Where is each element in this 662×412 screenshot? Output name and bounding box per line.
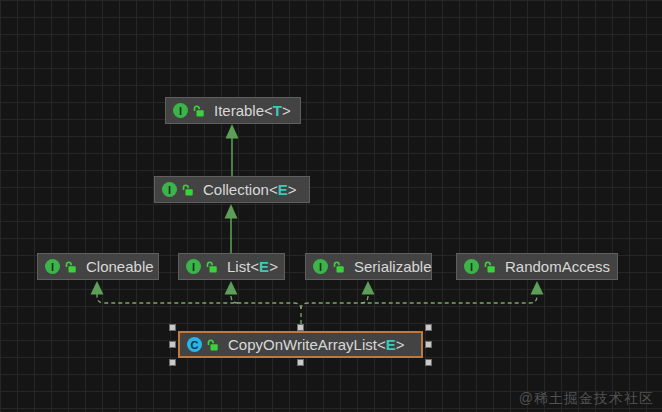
node-label: List<E> <box>227 258 278 275</box>
node-iterable[interactable]: I Iterable<T> <box>165 97 301 124</box>
node-cloneable[interactable]: I Cloneable <box>37 253 159 280</box>
implements-arrowheads <box>91 281 544 295</box>
class-icon: C <box>187 337 202 352</box>
interface-icon: I <box>162 182 177 197</box>
node-label: Serializable <box>354 258 432 275</box>
interface-icon: I <box>313 259 328 274</box>
interface-icon: I <box>45 259 60 274</box>
node-label: RandomAccess <box>505 258 610 275</box>
diagram-canvas: I Iterable<T> I Collection<E> I Cloneabl… <box>0 0 662 412</box>
node-copyonwritearraylist[interactable]: C CopyOnWriteArrayList<E> <box>178 331 423 358</box>
edge-list-extends-collection <box>225 204 238 253</box>
watermark: @稀土掘金技术社区 <box>519 390 654 408</box>
selection-handle-top-middle[interactable] <box>297 324 304 331</box>
edge-collection-extends-iterable <box>226 124 239 176</box>
edge-cowal-implements <box>97 294 537 331</box>
public-unlocked-icon <box>182 184 194 196</box>
interface-icon: I <box>186 259 201 274</box>
interface-icon: I <box>173 103 188 118</box>
public-unlocked-icon <box>65 261 77 273</box>
selection-handle-top-right[interactable] <box>425 324 432 331</box>
selection-handle-top-left[interactable] <box>169 324 176 331</box>
node-label: Iterable<T> <box>214 102 291 119</box>
node-list[interactable]: I List<E> <box>178 253 285 280</box>
public-unlocked-icon <box>207 339 219 351</box>
selection-handle-bottom-left[interactable] <box>169 359 176 366</box>
selection-handle-middle-right[interactable] <box>425 341 432 348</box>
selection-handle-bottom-middle[interactable] <box>297 359 304 366</box>
public-unlocked-icon <box>193 105 205 117</box>
interface-icon: I <box>464 259 479 274</box>
node-serializable[interactable]: I Serializable <box>305 253 432 280</box>
public-unlocked-icon <box>333 261 345 273</box>
node-randomaccess[interactable]: I RandomAccess <box>456 253 618 280</box>
node-collection[interactable]: I Collection<E> <box>154 176 310 203</box>
node-label: Cloneable <box>86 258 154 275</box>
selection-handle-middle-left[interactable] <box>169 341 176 348</box>
selection-handle-bottom-right[interactable] <box>425 359 432 366</box>
node-label: CopyOnWriteArrayList<E> <box>228 336 404 353</box>
public-unlocked-icon <box>484 261 496 273</box>
public-unlocked-icon <box>206 261 218 273</box>
node-label: Collection<E> <box>203 181 296 198</box>
